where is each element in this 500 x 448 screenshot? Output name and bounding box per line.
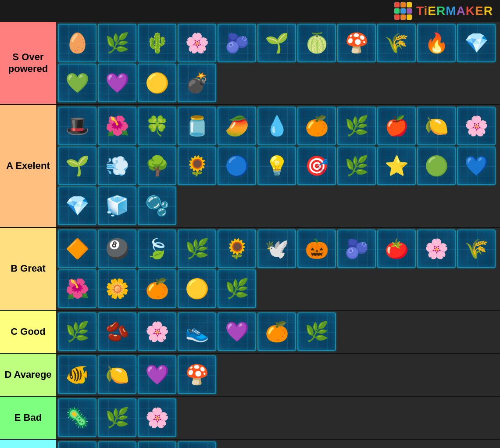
tier-content-e: 🦠 🌿 🌸 [56,397,500,439]
plant-cell: 🧊 [98,186,136,225]
tier-label-c: C Good [0,311,56,353]
plant-cell: 🌾 [457,229,496,268]
plant-cell: 🪨 [138,441,176,448]
logo-cell [400,8,406,14]
plant-cell: 💎 [457,24,496,62]
plant-cell: 🌻 [178,147,216,185]
plant-cell: 🥭 [218,107,256,145]
logo-grid-icon [394,2,412,20]
plant-cell: 🌿 [297,312,336,351]
plant-cell: 🌸 [138,398,176,437]
plant-cell: 🍄 [337,24,376,62]
tier-content-s: 🥚 🌿 🌵 🌸 🫐 🌱 🍈 🍄 🌾 🔥 💎 💚 💜 🟡 💣 [56,22,500,104]
plant-cell: 🍀 [138,107,176,145]
plant-cell: 🫐 [337,229,376,268]
header: TiERMAKER [0,0,500,22]
plant-cell: 🎃 [297,229,336,268]
plant-cell: 🫧 [138,186,176,225]
plant-cell: 🌸 [457,107,496,145]
plant-cell: 🌻 [218,229,256,268]
plant-cell: 🌿 [58,441,96,448]
tier-label-d: D Avarege [0,354,56,396]
plant-cell: 💧 [257,107,296,145]
plant-cell: 🦠 [58,398,96,437]
plant-cell: 🌸 [417,229,456,268]
logo-cell [394,8,400,14]
plant-cell: 🍊 [297,107,336,145]
logo-cell [407,14,412,20]
plant-cell: 💙 [457,147,496,185]
tier-label-a: A Exelent [0,105,56,227]
plant-cell: 🔥 [417,24,456,62]
plant-cell: 🎱 [98,229,136,268]
tier-content-a: 🎩 🌺 🍀 🫙 🥭 💧 🍊 🌿 🍎 🍋 🌸 🌱 💨 🌳 🌻 🔵 💡 🎯 🌿 ⭐ … [56,105,500,227]
tier-label-b: B Great [0,228,56,310]
plant-cell: 🌸 [138,312,176,351]
tier-content-c: 🌿 🫘 🌸 👟 💜 🍊 🌿 [56,311,500,353]
plant-cell: 🫙 [178,107,216,145]
plant-cell: 💜 [98,64,136,102]
plant-cell: 🌱 [257,24,296,62]
plant-cell: 🎯 [297,147,336,185]
tier-row-f: F Useless 🌿 🍄 🪨 🍊 [0,440,500,448]
plant-cell: 🌸 [178,24,216,62]
plant-cell: 💎 [58,186,96,225]
plant-cell: ⭐ [377,147,416,185]
plant-cell: 🍃 [138,229,176,268]
plant-cell: 🍄 [98,441,136,448]
tier-label-e: E Bad [0,397,56,439]
plant-cell: 🍄 [178,355,216,394]
plant-cell: 🍊 [138,269,176,308]
plant-cell: 🍊 [257,312,296,351]
plant-cell: 💚 [58,64,96,102]
plant-cell: 🌿 [178,229,216,268]
plant-cell: 🟢 [417,147,456,185]
plant-cell: 💜 [138,355,176,394]
plant-cell: 🥚 [58,24,96,62]
tier-row-b: B Great 🔶 🎱 🍃 🌿 🌻 🕊️ 🎃 🫐 🍅 🌸 🌾 🌺 🌼 🍊 🟡 🌿 [0,228,500,311]
plant-cell: 🌺 [58,269,96,308]
logo-cell [400,2,406,7]
plant-cell: 🍊 [178,441,216,448]
plant-cell: 🍅 [377,229,416,268]
tier-content-d: 🐠 🍋 💜 🍄 [56,354,500,396]
logo-text: TiERMAKER [416,4,493,18]
plant-cell: 🫐 [218,24,256,62]
plant-cell: 🌾 [377,24,416,62]
tier-row-e: E Bad 🦠 🌿 🌸 [0,397,500,440]
plant-cell: 🌿 [337,147,376,185]
plant-cell: 🌵 [138,24,176,62]
plant-cell: 🌿 [58,312,96,351]
plant-cell: 🌳 [138,147,176,185]
tier-table: S Over powered 🥚 🌿 🌵 🌸 🫐 🌱 🍈 🍄 🌾 🔥 💎 💚 💜… [0,22,500,448]
plant-cell: 💡 [257,147,296,185]
plant-cell: 🌿 [98,398,136,437]
logo-cell [407,8,412,14]
plant-cell: 🟡 [138,64,176,102]
tier-row-s: S Over powered 🥚 🌿 🌵 🌸 🫐 🌱 🍈 🍄 🌾 🔥 💎 💚 💜… [0,22,500,105]
logo-cell [394,2,400,7]
plant-cell: 🌱 [58,147,96,185]
plant-cell: 👟 [178,312,216,351]
tier-label-s: S Over powered [0,22,56,104]
tier-label-f: F Useless [0,440,56,448]
tier-row-d: D Avarege 🐠 🍋 💜 🍄 [0,354,500,397]
logo-cell [407,2,412,7]
logo-cell [400,14,406,20]
plant-cell: 🍋 [98,355,136,394]
tiermaker-logo: TiERMAKER [394,2,493,20]
plant-cell: 🐠 [58,355,96,394]
tier-row-c: C Good 🌿 🫘 🌸 👟 💜 🍊 🌿 [0,311,500,354]
logo-cell [394,14,400,20]
plant-cell: 🍈 [297,24,336,62]
tier-row-a: A Exelent 🎩 🌺 🍀 🫙 🥭 💧 🍊 🌿 🍎 🍋 🌸 🌱 💨 🌳 🌻 … [0,105,500,228]
plant-cell: 🌿 [337,107,376,145]
plant-cell: 🌼 [98,269,136,308]
plant-cell: 🌿 [218,269,256,308]
plant-cell: 🫘 [98,312,136,351]
plant-cell: 🍎 [377,107,416,145]
plant-cell: 🟡 [178,269,216,308]
plant-cell: 🌺 [98,107,136,145]
plant-cell: 🍋 [417,107,456,145]
tier-content-f: 🌿 🍄 🪨 🍊 [56,440,500,448]
